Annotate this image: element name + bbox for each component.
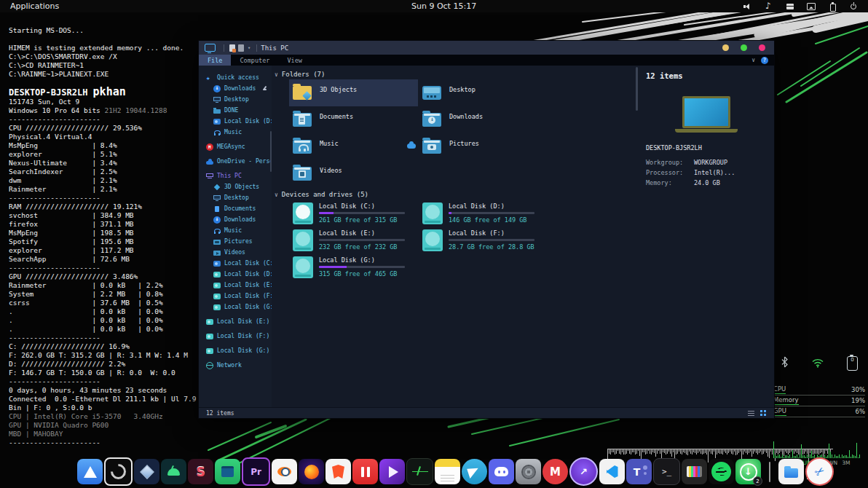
menu-tab-file[interactable]: File [199,55,231,66]
sidebar-item-local-disk-g[interactable]: Local Disk (G:) [199,345,272,356]
dock-premiere-pro-icon[interactable] [242,457,270,486]
drive-tile-local-disk-e[interactable]: Local Disk (E:)232 GB free of 232 GB [289,227,419,253]
terminal-line: 0 days, 0 hours, 43 minutes 23 seconds [9,386,200,395]
help-icon[interactable]: ? [761,57,768,64]
sidebar-item-videos[interactable]: Videos [199,247,272,258]
sidebar-item-local-disk-e[interactable]: Local Disk (E:) [199,280,272,291]
dock-terminal-icon[interactable] [653,458,680,485]
battery-icon[interactable]: 0 [847,356,858,371]
dock-files-icon[interactable] [778,459,804,484]
sidebar-item-desktop[interactable]: Desktop [199,94,272,105]
dock-teams-icon[interactable] [626,459,652,484]
package-icon[interactable] [786,2,794,11]
close-button[interactable] [759,44,765,51]
dock-firefox-icon[interactable] [299,459,324,484]
sidebar-item-local-disk-f[interactable]: Local Disk (F:) [199,331,272,342]
sidebar-item-network[interactable]: Network [199,360,272,371]
drive-tile-local-disk-d[interactable]: Local Disk (D:)146 GB free of 149 GB [419,200,548,227]
sidebar-item-documents[interactable]: Documents [199,203,272,214]
dock-spotify-icon[interactable] [709,459,734,484]
drive-tile-local-disk-f[interactable]: Local Disk (F:)28.7 GB free of 28.8 GB [419,227,548,253]
sidebar-item-music[interactable]: Music [199,225,272,236]
volume-icon[interactable] [743,2,752,11]
folder-tile-3d-objects[interactable]: 3D Objects [289,79,418,106]
maximize-button[interactable] [741,44,747,51]
thumbnail-view-icon[interactable] [760,410,767,416]
terminal-line: Rainmeter | 2.1% [9,185,200,194]
folder-tile-documents[interactable]: Documents [289,106,418,133]
music-icon [213,227,221,235]
sidebar-item-local-disk-f[interactable]: Local Disk (F:) [199,291,272,302]
list-view-icon[interactable] [748,410,754,416]
minimize-button[interactable] [722,44,729,51]
dock-idm-icon[interactable]: 2 [735,459,761,484]
dock-discord-icon[interactable] [489,459,514,484]
battery-icon[interactable] [828,2,837,11]
dock-mega-icon[interactable] [542,459,568,484]
dock-android-studio-icon[interactable] [161,459,186,484]
folder-tile-desktop[interactable]: Desktop [419,79,548,106]
sidebar-item-local-disk-c[interactable]: Local Disk (C:) [199,258,272,269]
dock-tv-test-icon[interactable] [682,459,707,484]
music-icon[interactable] [765,2,773,11]
dock-vscode-icon[interactable] [599,459,625,484]
quick-toolbar-new-icon[interactable] [238,44,244,52]
ribbon-collapse-icon[interactable]: ∨ [751,57,755,63]
sidebar-item-onedrive-perso[interactable]: OneDrive - Perso [199,156,272,167]
dock-shotcut-icon[interactable] [188,459,213,484]
quick-toolbar-properties-icon[interactable] [229,44,235,52]
dock-share-app-icon[interactable] [569,457,598,486]
sidebar-item-local-disk-d[interactable]: Local Disk (D: [199,269,272,280]
dock-pause-app-icon[interactable] [352,459,378,484]
sidebar-item-quick-access[interactable]: Quick access [199,72,272,83]
detail-value: 24.0 GB [694,179,720,186]
dock-media-player-icon[interactable] [379,459,405,484]
power-icon[interactable] [849,2,858,11]
image-icon[interactable] [807,2,816,11]
menu-tab-computer[interactable]: Computer [231,55,278,66]
sidebar-item-local-disk-e[interactable]: Local Disk (E:) [199,316,272,327]
sidebar-item-desktop[interactable]: Desktop [199,192,272,203]
dock-swirl-app-icon[interactable] [104,457,133,486]
titlebar[interactable]: ▾ This PC [199,41,774,55]
folder-icon [293,167,312,181]
dock-screenshot-tool-icon[interactable] [805,457,834,486]
dock-cube-app-icon[interactable] [134,459,159,484]
sidebar-item-local-disk-g[interactable]: Local Disk (G:) [199,302,272,312]
drives-section-header[interactable]: ∨ Devices and drives (5) [275,189,639,200]
dock-brave-icon[interactable] [326,459,351,484]
folder-tile-downloads[interactable]: Downloads [419,106,548,133]
disk-icon [213,304,221,311]
sidebar-item-music[interactable]: Music [199,127,272,138]
sidebar-item-pictures[interactable]: Pictures [199,236,272,247]
window-scrollbar[interactable] [636,67,638,111]
wifi-icon[interactable] [812,357,824,371]
folders-section-header[interactable]: ∨ Folders (7) [275,69,639,79]
drive-tile-local-disk-g[interactable]: Local Disk (G:)315 GB free of 465 GB [289,253,419,280]
sidebar-item-this-pc[interactable]: This PC [199,170,272,181]
dock-activity-monitor-icon[interactable] [406,458,433,485]
sidebar-item-3d-objects[interactable]: 3D Objects [199,181,272,192]
sidebar-item-local-disk-d[interactable]: Local Disk (D: [199,116,272,127]
folder-tile-videos[interactable]: Videos [289,160,418,187]
drive-tile-local-disk-c[interactable]: Local Disk (C:)261 GB free of 315 GB [289,200,419,227]
quick-toolbar-chevron-icon[interactable]: ▾ [248,45,250,51]
dock-notes-icon[interactable] [435,459,460,484]
dock-system-settings-icon[interactable] [516,459,541,484]
bluetooth-icon[interactable] [781,356,789,371]
dock-arc-browser-icon[interactable] [77,459,103,484]
sidebar-item-done[interactable]: DONE [199,105,272,116]
dock-telegram-icon[interactable] [462,459,487,484]
sidebar-item-downloads[interactable]: Downloads [199,214,272,225]
clock[interactable]: Sun 9 Oct 15:17 [411,1,476,11]
applications-menu[interactable]: Applications [10,1,59,11]
dock-android-files-icon[interactable] [215,459,240,484]
dock-blender-icon[interactable] [272,459,297,484]
drive-usage-bar [449,239,534,241]
folder-tile-music[interactable]: Music [289,133,418,160]
wave-bar [737,449,738,454]
folder-tile-pictures[interactable]: Pictures [419,133,548,160]
menu-tab-view[interactable]: View [278,55,310,66]
sidebar-item-megasync[interactable]: MEGAsync [199,141,272,152]
sidebar-item-downloads[interactable]: Downloads [199,83,272,94]
